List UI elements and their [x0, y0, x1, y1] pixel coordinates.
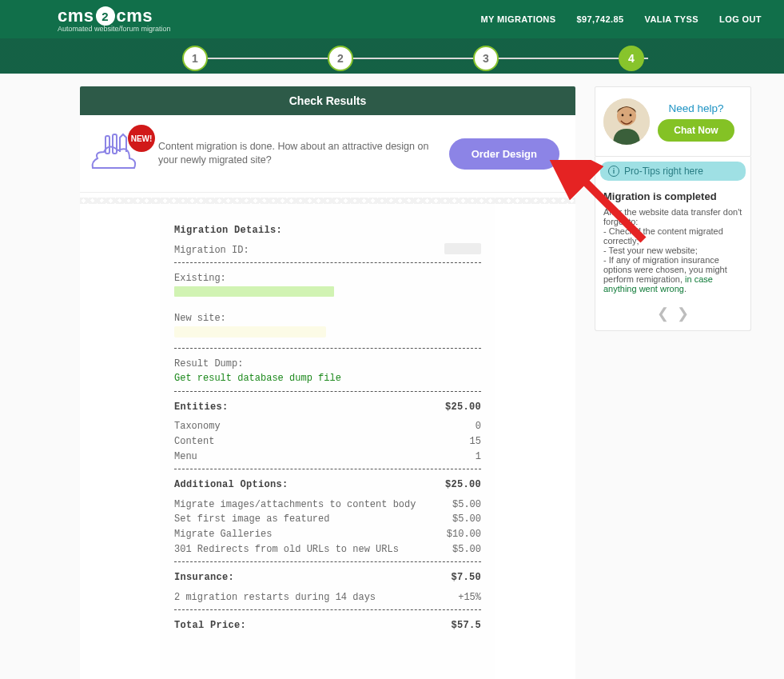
option-price: $10.00 [447, 527, 481, 542]
entity-count: 15 [470, 434, 481, 449]
new-badge: NEW! [128, 125, 155, 152]
nav-balance[interactable]: $97,742.85 [576, 14, 623, 24]
pro-tips-header: i Pro-Tips right here [600, 162, 746, 181]
option-price: $5.00 [452, 542, 481, 557]
migration-id-label: Migration ID: [174, 243, 249, 258]
logo-tagline: Automated website/forum migration [58, 25, 171, 33]
option-name: Migrate Galleries [174, 527, 272, 542]
step-4: 4 [619, 46, 644, 71]
need-help-link[interactable]: Need help? [668, 102, 723, 114]
insurance-price: +15% [458, 590, 481, 605]
additional-options-total: $25.00 [445, 477, 481, 493]
order-design-row: NEW! Content migration is done. How abou… [80, 115, 575, 193]
pro-tips-bullet: - Check if the content migrated correctl… [603, 226, 742, 246]
receipt: Migration Details: Migration ID: Existin… [80, 193, 575, 679]
order-design-button[interactable]: Order Design [449, 138, 559, 170]
step-3[interactable]: 3 [473, 46, 499, 71]
sidebar: Need help? Chat Now i Pro-Tips right her… [595, 86, 751, 331]
logo[interactable]: cms2cms Automated website/forum migratio… [58, 6, 171, 33]
entities-total: $25.00 [445, 400, 481, 415]
tips-prev-icon[interactable]: ❮ [657, 305, 669, 322]
panel-title: Check Results [80, 86, 575, 115]
entity-count: 1 [476, 449, 481, 465]
pro-tips-intro: After the website data transfer don't fo… [603, 207, 742, 226]
pro-tips-bullet: - Test your new website; [603, 246, 742, 255]
nav-my-migrations[interactable]: MY MIGRATIONS [480, 14, 555, 24]
order-design-text: Content migration is done. How about an … [155, 140, 444, 167]
additional-options-heading: Additional Options: [174, 477, 289, 493]
logo-text: cms2cms [58, 6, 171, 26]
svg-rect-0 [105, 136, 109, 154]
progress-bar: 1 2 3 4 [0, 38, 784, 74]
existing-site-value [174, 286, 334, 297]
svg-point-5 [622, 114, 624, 117]
support-avatar [603, 98, 650, 145]
info-icon: i [608, 166, 619, 177]
new-site-label: New site: [174, 311, 481, 326]
existing-label: Existing: [174, 271, 481, 286]
total-price-label: Total Price: [174, 618, 246, 633]
option-name: Set first image as featured [174, 512, 329, 527]
entity-name: Menu [174, 449, 197, 465]
help-card: Need help? Chat Now [595, 86, 751, 157]
entity-name: Taxonomy [174, 419, 221, 434]
option-name: 301 Redirects from old URLs to new URLs [174, 542, 399, 557]
nav-logout[interactable]: LOG OUT [719, 14, 762, 24]
insurance-total: $7.50 [451, 570, 481, 585]
pro-tips-bullet: - If any of migration insurance options … [603, 255, 742, 294]
option-name: Migrate images/attachments to content bo… [174, 497, 416, 513]
svg-rect-1 [113, 134, 117, 154]
pro-tips-title: Migration is completed [603, 190, 742, 202]
pro-tips-card: i Pro-Tips right here Migration is compl… [595, 157, 751, 331]
step-2[interactable]: 2 [328, 46, 353, 71]
migration-details-heading: Migration Details: [174, 223, 481, 238]
nav-user[interactable]: VALIA TYSS [645, 14, 699, 24]
result-dump-link[interactable]: Get result database dump file [174, 371, 481, 386]
tips-next-icon[interactable]: ❯ [677, 305, 689, 322]
step-1[interactable]: 1 [182, 46, 208, 71]
result-dump-label: Result Dump: [174, 357, 481, 372]
top-nav: MY MIGRATIONS $97,742.85 VALIA TYSS LOG … [480, 14, 762, 24]
insurance-name: 2 migration restarts during 14 days [174, 590, 376, 605]
top-bar: cms2cms Automated website/forum migratio… [0, 0, 784, 38]
entity-count: 0 [476, 419, 481, 434]
design-illustration-icon: NEW! [86, 130, 150, 178]
main-panel: Check Results NEW! Content migration is … [80, 86, 575, 679]
pro-tips-header-text: Pro-Tips right here [624, 166, 703, 177]
new-site-value [174, 326, 326, 338]
svg-point-6 [630, 114, 632, 117]
total-price-value: $57.5 [451, 618, 481, 633]
option-price: $5.00 [452, 512, 481, 527]
entities-heading: Entities: [174, 400, 229, 415]
migration-id-value [444, 243, 481, 254]
insurance-heading: Insurance: [174, 570, 234, 585]
entity-name: Content [174, 434, 214, 449]
chat-now-button[interactable]: Chat Now [658, 119, 734, 142]
option-price: $5.00 [452, 497, 481, 513]
